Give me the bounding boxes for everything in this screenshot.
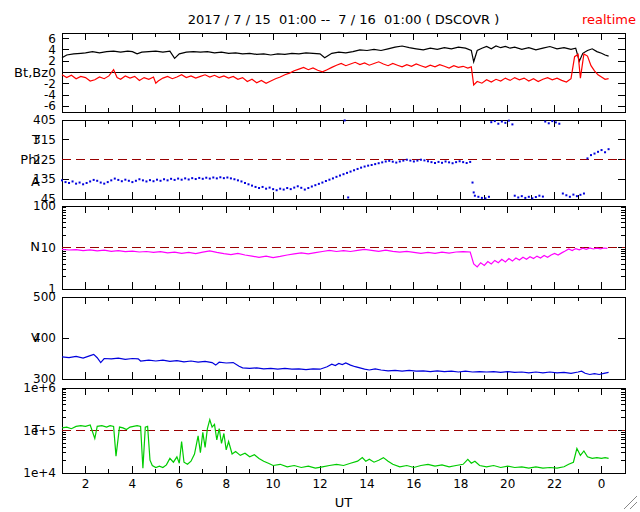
trace-phi-dot <box>93 179 95 181</box>
trace-phi-dot <box>350 171 352 173</box>
trace-phi-dot <box>156 179 158 181</box>
trace-phi-dot <box>374 163 376 165</box>
x-tick-label: 6 <box>175 477 183 491</box>
trace-phi-dot <box>339 175 341 177</box>
trace-phi-dot <box>198 177 200 179</box>
trace-phi-dot <box>576 195 578 197</box>
trace-phi-dot <box>542 196 544 198</box>
trace-phi-dot <box>455 161 457 163</box>
trace-phi-dot <box>160 180 162 182</box>
trace-phi-dot <box>508 120 510 122</box>
trace-phi-dot <box>353 169 355 171</box>
trace-phi-dot <box>378 162 380 164</box>
trace-phi-dot <box>524 197 526 199</box>
trace-phi-dot <box>385 160 387 162</box>
trace-phi-dot <box>535 196 537 198</box>
trace-phi-dot <box>501 121 503 123</box>
trace-phi-dot <box>174 179 176 181</box>
trace-phi-dot <box>216 177 218 179</box>
trace-phi-dot <box>565 194 567 196</box>
trace-phi-dot <box>538 195 540 197</box>
trace-phi-dot <box>448 161 450 163</box>
trace-phi-dot <box>409 160 411 162</box>
trace-phi-dot <box>170 178 172 180</box>
trace-phi-dot <box>434 162 436 164</box>
trace-phi-dot <box>293 187 295 189</box>
trace-phi-dot <box>219 176 221 178</box>
resize-handle-icon[interactable] <box>621 493 639 511</box>
trace-phi-dot <box>590 154 592 156</box>
trace-phi-dot <box>402 160 404 162</box>
trace-phi-dot <box>597 151 599 153</box>
trace-phi-dot <box>430 161 432 163</box>
trace-t <box>62 420 609 469</box>
trace-phi-dot <box>562 193 564 195</box>
trace-phi-dot <box>381 161 383 163</box>
trace-phi-dot <box>608 148 610 150</box>
x-tick-label: 2 <box>82 477 90 491</box>
trace-phi-dot <box>177 178 179 180</box>
trace-phi-dot <box>321 182 323 184</box>
trace-phi-dot <box>283 189 285 191</box>
trace-phi-dot <box>255 186 257 188</box>
trace-phi-dot <box>511 123 513 125</box>
trace-phi-dot <box>514 195 516 197</box>
trace-phi-dot <box>484 197 486 199</box>
trace-bz <box>62 54 609 85</box>
trace-phi-dot <box>474 195 476 197</box>
trace-phi-dot <box>226 176 228 178</box>
y-tick-label: -6 <box>44 99 56 113</box>
trace-phi-dot <box>579 194 581 196</box>
x-tick-label: 4 <box>129 477 137 491</box>
trace-phi-dot <box>128 180 130 182</box>
trace-phi-dot <box>531 197 533 199</box>
trace-phi-dot <box>297 185 299 187</box>
trace-phi-dot <box>360 167 362 169</box>
x-tick-label: 0 <box>598 477 606 491</box>
trace-phi-dot <box>233 178 235 180</box>
dscovr-realtime-plot: 2017 / 7 / 15 01:00 -- 7 / 16 01:00 ( DS… <box>0 0 640 512</box>
trace-phi-dot <box>459 160 461 162</box>
trace-phi-dot <box>420 159 422 161</box>
trace-phi-dot <box>388 160 390 162</box>
trace-phi-dot <box>488 196 490 198</box>
trace-phi-dot <box>110 179 112 181</box>
trace-phi-dot <box>325 180 327 182</box>
trace-phi-dot <box>416 160 418 162</box>
trace-phi-dot <box>209 178 211 180</box>
trace-phi-dot <box>406 159 408 161</box>
trace-phi-dot <box>477 196 479 198</box>
trace-phi-dot <box>114 178 116 180</box>
x-tick-label: 16 <box>406 477 421 491</box>
x-tick-label: 14 <box>359 477 374 491</box>
trace-phi-dot <box>395 162 397 164</box>
x-tick-label: 12 <box>312 477 327 491</box>
trace-phi-dot <box>517 196 519 198</box>
trace-phi-dot <box>473 191 475 193</box>
trace-phi-dot <box>96 180 98 182</box>
trace-phi-dot <box>79 182 81 184</box>
trace-v <box>62 354 609 374</box>
trace-phi-dot <box>604 151 606 153</box>
trace-phi-dot <box>558 123 560 125</box>
trace-phi-dot <box>423 159 425 161</box>
trace-phi-dot <box>544 121 546 123</box>
trace-phi-dot <box>466 162 468 164</box>
trace-phi-dot <box>469 161 471 163</box>
trace-phi-dot <box>311 185 313 187</box>
trace-phi-dot <box>490 121 492 123</box>
trace-phi-dot <box>343 173 345 175</box>
trace-phi-dot <box>528 196 530 198</box>
trace-phi-dot <box>427 160 429 162</box>
trace-phi-dot <box>100 182 102 184</box>
panel-v-frame <box>62 297 625 379</box>
trace-phi-dot <box>494 120 496 122</box>
x-tick-label: 20 <box>500 477 515 491</box>
trace-phi-dot <box>61 179 63 181</box>
trace-phi-dot <box>314 184 316 186</box>
trace-phi-dot <box>335 176 337 178</box>
trace-phi-dot <box>195 178 197 180</box>
trace-phi-dot <box>347 196 349 198</box>
trace-phi-dot <box>504 122 506 124</box>
trace-phi-dot <box>68 182 70 184</box>
